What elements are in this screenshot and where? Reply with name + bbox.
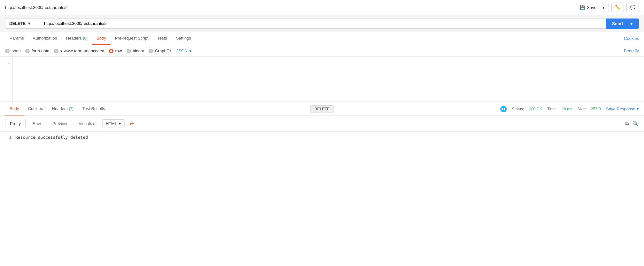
code-editor: 1 [0, 57, 644, 102]
response-tab-test-results[interactable]: Test Results [78, 102, 110, 115]
tab-tests[interactable]: Tests [153, 32, 172, 45]
html-chevron-icon: ▾ [119, 121, 121, 126]
radio-graphql[interactable]: GraphQL [149, 48, 172, 53]
radio-none[interactable]: none [5, 48, 21, 53]
beautify-button[interactable]: Beautify [624, 48, 639, 53]
line-number-1: 1 [3, 60, 10, 64]
copy-icon[interactable]: ⧉ [625, 121, 629, 127]
headers-badge: (6) [83, 36, 88, 41]
tab-body[interactable]: Body [92, 32, 111, 45]
radio-urlencoded[interactable]: x-www-form-urlencoded [54, 48, 104, 53]
wrap-icon: ⇌ [130, 121, 134, 126]
url-input[interactable] [40, 18, 606, 29]
response-tab-body[interactable]: Body [5, 102, 24, 115]
radio-graphql-circle [149, 49, 153, 53]
save-button[interactable]: 💾 Save ▾ [576, 3, 609, 12]
format-preview[interactable]: Preview [48, 119, 72, 128]
format-visualize[interactable]: Visualize [74, 119, 100, 128]
save-icon: 💾 [580, 5, 585, 10]
time-value: 10 ms [562, 107, 572, 111]
response-line-1-num: 1 [5, 135, 12, 140]
response-headers-badge: (7) [69, 107, 73, 111]
cookies-link[interactable]: Cookies [624, 32, 639, 45]
code-input[interactable] [13, 57, 644, 101]
response-tabs-bar: Body Cookies Headers (7) Test Results DE… [0, 102, 644, 116]
tab-params[interactable]: Params [5, 32, 28, 45]
radio-raw-circle [109, 49, 113, 53]
response-section: Body Cookies Headers (7) Test Results DE… [0, 102, 644, 143]
method-label: DELETE [9, 21, 26, 26]
response-content: 1 Resource successfully deleted [0, 132, 644, 143]
globe-icon: 🌐 [500, 106, 507, 113]
status-value: 200 OK [529, 107, 542, 111]
format-left: Pretty Raw Preview Visualize HTML ▾ ⇌ [5, 119, 136, 128]
response-tab-cookies[interactable]: Cookies [24, 102, 48, 115]
response-status: 🌐 Status: 200 OK Time: 10 ms Size: 257 B… [500, 106, 639, 113]
format-raw[interactable]: Raw [28, 119, 45, 128]
response-line-1-text: Resource successfully deleted [15, 135, 88, 140]
comment-icon: 💬 [630, 5, 635, 10]
top-bar-actions: 💾 Save ▾ ✏️ 💬 [576, 3, 639, 12]
top-bar-url: http://localhost:3000/restaurants/2 [5, 5, 68, 10]
save-chevron-icon: ▾ [600, 5, 605, 10]
radio-raw[interactable]: raw [109, 48, 122, 53]
json-dropdown[interactable]: JSON ▾ [176, 48, 192, 53]
tab-authorization[interactable]: Authorization [28, 32, 62, 45]
format-right: ⧉ 🔍 [625, 121, 639, 127]
method-selector[interactable]: DELETE ▾ [5, 18, 40, 29]
body-type-left: none form-data x-www-form-urlencoded raw… [5, 48, 192, 53]
wrap-button[interactable]: ⇌ [127, 119, 136, 128]
method-chevron-icon: ▾ [28, 21, 30, 26]
radio-none-circle [5, 49, 10, 53]
json-chevron-icon: ▾ [189, 48, 192, 53]
radio-form-data[interactable]: form-data [25, 48, 50, 53]
edit-button[interactable]: ✏️ [611, 3, 624, 12]
tab-prerequest[interactable]: Pre-request Script [111, 32, 153, 45]
search-icon[interactable]: 🔍 [632, 121, 639, 127]
radio-form-data-circle [25, 49, 30, 53]
response-format-bar: Pretty Raw Preview Visualize HTML ▾ ⇌ ⧉ … [0, 116, 644, 132]
edit-icon: ✏️ [615, 5, 620, 10]
radio-binary-circle [126, 49, 131, 53]
size-value: 257 B [591, 107, 601, 111]
tab-settings[interactable]: Settings [172, 32, 195, 45]
send-button[interactable]: Send ▾ [606, 18, 639, 29]
response-tab-headers[interactable]: Headers (7) [48, 102, 78, 115]
body-type-bar: none form-data x-www-form-urlencoded raw… [0, 45, 644, 57]
format-pretty[interactable]: Pretty [5, 119, 26, 128]
comment-button[interactable]: 💬 [626, 3, 639, 12]
html-format-dropdown[interactable]: HTML ▾ [102, 119, 125, 128]
url-bar: DELETE ▾ Send ▾ [0, 15, 644, 32]
send-label: Send [612, 21, 623, 26]
save-label: Save [587, 5, 596, 10]
save-response-chevron-icon: ▾ [637, 107, 639, 111]
top-bar: http://localhost:3000/restaurants/2 💾 Sa… [0, 0, 644, 15]
radio-binary[interactable]: binary [126, 48, 144, 53]
response-tabs-left: Body Cookies Headers (7) Test Results [5, 102, 110, 115]
save-response-button[interactable]: Save Response ▾ [606, 107, 639, 111]
tab-headers[interactable]: Headers (6) [62, 32, 92, 45]
line-numbers: 1 [0, 57, 13, 101]
send-chevron-icon: ▾ [627, 21, 632, 26]
delete-badge: DELETE [310, 105, 334, 113]
tabs-left: Params Authorization Headers (6) Body Pr… [5, 32, 195, 45]
request-tabs-bar: Params Authorization Headers (6) Body Pr… [0, 32, 644, 45]
radio-urlencoded-circle [54, 49, 58, 53]
